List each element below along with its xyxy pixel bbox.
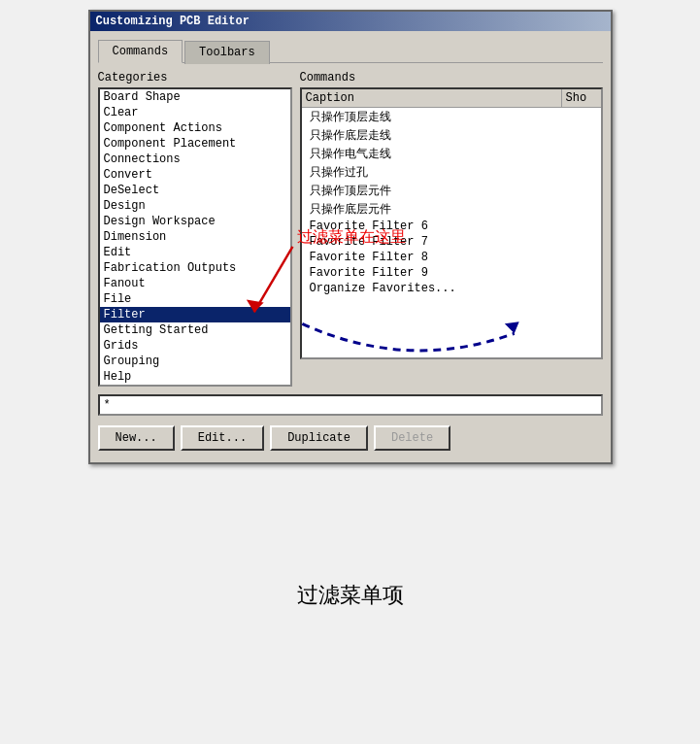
command-item[interactable]: Favorite Filter 7 [302,234,601,250]
commands-header: Caption Sho [302,89,601,108]
tab-bar: Commands Toolbars [98,39,603,63]
list-item[interactable]: File [100,291,290,307]
command-item[interactable]: 只操作底层元件 [302,200,601,219]
edit-button[interactable]: Edit... [181,425,264,451]
bottom-input-row [98,394,603,416]
delete-button[interactable]: Delete [374,425,450,451]
commands-panel: Commands Caption Sho 只操作顶层走线 只操作底层走线 只操作… [300,71,603,387]
command-item[interactable]: 只操作底层走线 [302,126,601,145]
list-item[interactable]: Help [100,369,290,385]
dialog-title: Customizing PCB Editor [96,15,250,28]
bottom-annotation-text: 过滤菜单项 [297,581,404,610]
categories-label: Categories [98,71,292,85]
new-button[interactable]: New... [98,425,175,451]
tab-toolbars[interactable]: Toolbars [184,41,270,64]
command-item[interactable]: 只操作过孔 [302,163,601,182]
commands-label: Commands [300,71,603,85]
content-area: Categories Board Shape Clear Component A… [98,71,603,387]
categories-panel: Categories Board Shape Clear Component A… [98,71,292,387]
list-item[interactable]: Grids [100,338,290,354]
list-item[interactable]: Getting Started [100,322,290,338]
caption-header: Caption [302,89,562,107]
list-item[interactable]: Grouping [100,354,290,369]
list-item-filter[interactable]: Filter [100,307,290,322]
command-item[interactable]: Organize Favorites... [302,281,601,296]
list-item[interactable]: DeSelect [100,183,290,198]
list-item[interactable]: Fanout [100,276,290,291]
buttons-row: New... Edit... Duplicate Delete [98,422,603,455]
commands-list-container[interactable]: Caption Sho 只操作顶层走线 只操作底层走线 只操作电气走线 只操作过… [300,87,603,359]
tab-commands[interactable]: Commands [98,40,183,63]
annotation-area: 过滤菜单项 [88,474,613,629]
list-item[interactable]: Board Shape [100,89,290,105]
short-header: Sho [562,89,601,107]
command-item[interactable]: Favorite Filter 9 [302,265,601,281]
list-item[interactable]: Design Workspace [100,214,290,229]
filter-input[interactable] [98,394,603,416]
command-item[interactable]: 只操作顶层走线 [302,108,601,126]
list-item[interactable]: Component Actions [100,120,290,136]
duplicate-button[interactable]: Duplicate [270,425,368,451]
command-item[interactable]: Favorite Filter 8 [302,250,601,265]
list-item[interactable]: Clear [100,105,290,120]
list-item[interactable]: Fabrication Outputs [100,260,290,276]
list-item[interactable]: Convert [100,167,290,183]
categories-list[interactable]: Board Shape Clear Component Actions Comp… [98,87,292,387]
command-item[interactable]: 只操作顶层元件 [302,182,601,200]
command-item[interactable]: 只操作电气走线 [302,145,601,163]
list-item[interactable]: Connections [100,152,290,167]
list-item[interactable]: Component Placement [100,136,290,152]
list-item[interactable]: Dimension [100,229,290,245]
list-item[interactable]: Design [100,198,290,214]
list-item[interactable]: Edit [100,245,290,260]
dialog-titlebar: Customizing PCB Editor [90,12,611,31]
command-item[interactable]: Favorite Filter 6 [302,219,601,234]
customizing-dialog: Customizing PCB Editor Commands Toolbars… [88,10,613,464]
